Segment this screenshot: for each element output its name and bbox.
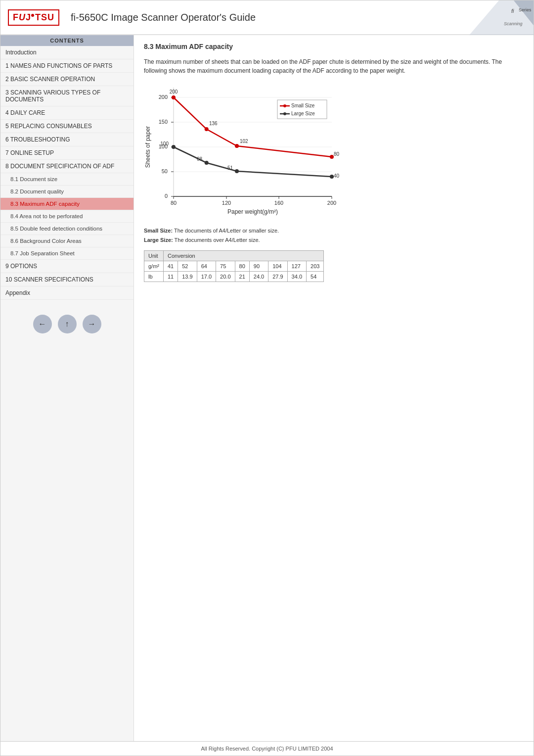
svg-point-40 xyxy=(172,145,176,149)
small-size-label: Small Size: xyxy=(144,228,173,234)
header-title: fi-5650C Image Scanner Operator's Guide xyxy=(71,12,256,23)
cell-gm2-90: 90 xyxy=(249,261,268,271)
svg-text:80: 80 xyxy=(334,151,340,157)
nav-forward-button[interactable]: → xyxy=(83,315,101,333)
cell-gm2-80: 80 xyxy=(235,261,249,271)
cell-gm2-64: 64 xyxy=(197,261,216,271)
large-size-desc: Large Size: The documents over A4/Letter… xyxy=(144,236,524,244)
logo-text: FUJTSU xyxy=(13,12,54,23)
cell-lb-21: 21 xyxy=(235,271,249,282)
sidebar: CONTENTS Introduction 1 NAMES AND FUNCTI… xyxy=(0,35,134,741)
svg-text:80: 80 xyxy=(171,200,177,206)
cell-lb-279: 27.9 xyxy=(268,271,287,282)
svg-text:Paper weight(g/m²): Paper weight(g/m²) xyxy=(227,208,278,215)
svg-text:200: 200 xyxy=(327,200,336,206)
table-row-lb: lb 11 13.9 17.0 20.0 21 24.0 27.9 34.0 5… xyxy=(144,271,324,282)
col-conversion-header: Conversion xyxy=(164,250,324,261)
cell-lb-340: 34.0 xyxy=(287,271,306,282)
page-wrapper: FUJTSU fi-5650C Image Scanner Operator's… xyxy=(0,0,534,756)
svg-text:160: 160 xyxy=(274,200,283,206)
cell-gm2-41: 41 xyxy=(164,261,178,271)
sidebar-item-8-2[interactable]: 8.2 Document quality xyxy=(0,186,134,198)
sidebar-item-8-6[interactable]: 8.6 Background Color Areas xyxy=(0,235,134,247)
svg-text:Small Size: Small Size xyxy=(291,103,315,108)
nav-up-button[interactable]: ↑ xyxy=(58,315,77,333)
svg-text:150: 150 xyxy=(159,119,168,125)
svg-point-50 xyxy=(283,104,286,107)
sidebar-item-consumables[interactable]: 5 REPLACING CONSUMABLES xyxy=(0,120,134,133)
svg-text:Scanning: Scanning xyxy=(504,21,523,26)
sidebar-item-appendix[interactable]: Appendix xyxy=(0,286,134,300)
cell-gm2-104: 104 xyxy=(268,261,287,271)
section-title: 8.3 Maximum ADF capacity xyxy=(144,43,524,52)
sidebar-item-scan-types[interactable]: 3 SCANNING VARIOUS TYPES OF DOCUMENTS xyxy=(0,86,134,106)
sidebar-item-basic[interactable]: 2 BASIC SCANNER OPERATION xyxy=(0,73,134,86)
col-unit-header: Unit xyxy=(144,250,164,261)
sidebar-item-8-7[interactable]: 8.7 Job Separation Sheet xyxy=(0,247,134,260)
sidebar-item-daily[interactable]: 4 DAILY CARE xyxy=(0,106,134,120)
footer-text: All Rights Reserved. Copyright (C) PFU L… xyxy=(201,746,333,752)
main-layout: CONTENTS Introduction 1 NAMES AND FUNCTI… xyxy=(0,35,534,741)
adf-capacity-chart: 0 50 100 150 200 xyxy=(144,83,361,221)
sidebar-item-trouble[interactable]: 6 TROUBLESHOOTING xyxy=(0,133,134,146)
cell-gm2-52: 52 xyxy=(178,261,197,271)
svg-text:102: 102 xyxy=(240,139,248,144)
cell-lb-170: 17.0 xyxy=(197,271,216,282)
svg-point-32 xyxy=(172,95,176,99)
svg-text:200: 200 xyxy=(170,89,178,94)
svg-text:Sheets of paper: Sheets of paper xyxy=(144,126,151,168)
small-size-desc: Small Size: The documents of A4/Letter o… xyxy=(144,227,524,235)
sidebar-item-names[interactable]: 1 NAMES AND FUNCTIONS OF PARTS xyxy=(0,59,134,73)
section-description: The maximum number of sheets that can be… xyxy=(144,57,524,75)
sidebar-item-intro[interactable]: Introduction xyxy=(0,46,134,59)
header: FUJTSU fi-5650C Image Scanner Operator's… xyxy=(0,0,534,35)
cell-lb-11: 11 xyxy=(164,271,178,282)
sidebar-item-8-5[interactable]: 8.5 Double feed detection conditions xyxy=(0,223,134,235)
svg-text:0: 0 xyxy=(165,193,168,199)
large-size-label: Large Size: xyxy=(144,237,173,243)
sidebar-item-scanner-spec[interactable]: 10 SCANNER SPECIFICATIONS xyxy=(0,273,134,286)
sidebar-item-8-1[interactable]: 8.1 Document size xyxy=(0,173,134,186)
sidebar-item-8-4[interactable]: 8.4 Area not to be perforated xyxy=(0,210,134,223)
cell-lb-139: 13.9 xyxy=(178,271,197,282)
footer: All Rights Reserved. Copyright (C) PFU L… xyxy=(0,741,534,756)
unit-gm2: g/m² xyxy=(144,261,164,271)
small-size-text: The documents of A4/Letter or smaller si… xyxy=(174,228,279,234)
contents-header: CONTENTS xyxy=(0,35,134,46)
cell-gm2-203: 203 xyxy=(307,261,324,271)
header-decoration: fi Series Scanning xyxy=(469,0,534,35)
svg-point-43 xyxy=(330,175,334,179)
svg-text:100: 100 xyxy=(160,141,169,146)
svg-point-53 xyxy=(283,112,286,115)
svg-text:68: 68 xyxy=(197,156,203,162)
sidebar-item-8-3[interactable]: 8.3 Maximum ADF capacity xyxy=(0,198,134,210)
chart-container: 0 50 100 150 200 xyxy=(144,83,361,221)
svg-text:Series: Series xyxy=(519,7,532,12)
svg-point-41 xyxy=(205,161,209,165)
nav-back-button[interactable]: ← xyxy=(33,315,52,333)
unit-lb: lb xyxy=(144,271,164,282)
svg-point-35 xyxy=(330,155,334,159)
cell-lb-200: 20.0 xyxy=(216,271,235,282)
large-size-text: The documents over A4/Letter size. xyxy=(175,237,260,243)
svg-text:40: 40 xyxy=(334,173,340,179)
svg-point-42 xyxy=(235,169,239,173)
svg-text:51: 51 xyxy=(227,165,233,171)
svg-text:fi: fi xyxy=(511,8,514,14)
sidebar-item-doc-spec[interactable]: 8 DOCUMENT SPECIFICATION OF ADF xyxy=(0,160,134,173)
svg-point-33 xyxy=(205,127,209,131)
svg-text:136: 136 xyxy=(209,121,218,126)
content-area: 8.3 Maximum ADF capacity The maximum num… xyxy=(134,35,534,741)
cell-gm2-75: 75 xyxy=(216,261,235,271)
svg-text:50: 50 xyxy=(162,168,168,174)
sidebar-item-options[interactable]: 9 OPTIONS xyxy=(0,260,134,273)
cell-lb-54: 54 xyxy=(307,271,324,282)
cell-lb-240: 24.0 xyxy=(249,271,268,282)
fujitsu-logo: FUJTSU xyxy=(8,9,59,26)
svg-point-34 xyxy=(235,144,239,148)
svg-text:120: 120 xyxy=(222,200,231,206)
cell-gm2-127: 127 xyxy=(287,261,306,271)
sidebar-item-online[interactable]: 7 ONLINE SETUP xyxy=(0,146,134,160)
table-row-gm2: g/m² 41 52 64 75 80 90 104 127 203 xyxy=(144,261,324,271)
conversion-table: Unit Conversion g/m² 41 52 64 75 80 90 1… xyxy=(144,250,324,282)
